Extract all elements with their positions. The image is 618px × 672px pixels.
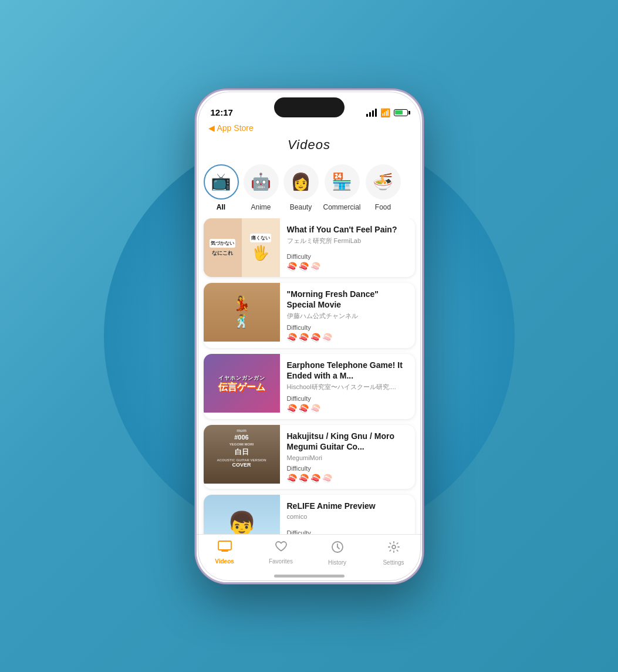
- video-card-1[interactable]: 気づかない なにこれ 痛くない 🖐️ What if You Can't Fee…: [204, 218, 415, 277]
- status-time: 12:17: [211, 107, 233, 117]
- video-channel-1: フェルミ研究所 FermiLab: [287, 237, 408, 245]
- category-food[interactable]: 🍜 Food: [366, 164, 401, 211]
- video-channel-4: MegumiMori: [287, 454, 408, 461]
- category-commercial-icon-wrap: 🏪: [325, 164, 360, 200]
- tab-settings[interactable]: Settings: [366, 541, 422, 566]
- video-info-2: "Morning Fresh Dance" Special Movie 伊藤ハム…: [280, 283, 415, 348]
- category-bar: 📺 All 🤖 Anime 👩 Beauty 🏪 Commercial: [197, 160, 422, 218]
- difficulty-label-4: Difficulty: [287, 465, 408, 472]
- sushi-1: 🍣: [287, 474, 297, 483]
- thumbnail-3: イヤホンガンガン 伝言ゲーム: [204, 354, 280, 413]
- video-info-3: Earphone Telephone Game! It Ended with a…: [280, 354, 415, 419]
- video-info-1: What if You Can't Feel Pain? フェルミ研究所 Fer…: [280, 218, 415, 277]
- video-card-4[interactable]: mum #006 YEGOMI MORI 白日 ACOUSTIC GUITAR …: [204, 425, 415, 488]
- video-title-1: What if You Can't Feel Pain?: [287, 224, 408, 235]
- sushi-1: 🍣: [287, 404, 297, 413]
- mute-switch: [195, 135, 196, 151]
- thumbnail-1: 気づかない なにこれ 痛くない 🖐️: [204, 218, 280, 277]
- svg-line-5: [337, 547, 339, 549]
- sushi-2: 🍣: [299, 404, 309, 413]
- sushi-3: 🍣: [310, 333, 320, 342]
- back-label[interactable]: App Store: [217, 123, 254, 133]
- thumbnail-5: 👦: [204, 495, 280, 534]
- sushi-1: 🍣: [287, 333, 297, 342]
- sushi-3: 🍣: [310, 262, 320, 271]
- sushi-3: 🍣: [310, 474, 320, 483]
- category-all[interactable]: 📺 All: [204, 164, 239, 211]
- wifi-icon: 📶: [380, 108, 390, 117]
- svg-point-6: [392, 545, 396, 549]
- signal-icon: [366, 109, 377, 117]
- video-title-3: Earphone Telephone Game! It Ended with a…: [287, 360, 408, 381]
- difficulty-dots-1: 🍣 🍣 🍣: [287, 262, 408, 271]
- tab-videos-label: Videos: [215, 558, 234, 565]
- phone-frame: 12:17 📶 ◀ App Store Videos 📺: [195, 89, 424, 584]
- dynamic-island: [274, 97, 345, 117]
- tab-settings-label: Settings: [383, 559, 404, 566]
- settings-tab-icon: [387, 541, 400, 557]
- food-icon: 🍜: [373, 172, 393, 191]
- commercial-icon: 🏪: [332, 172, 352, 191]
- video-card-5[interactable]: 👦 ReLIFE Anime Preview comico Difficulty…: [204, 495, 415, 534]
- tab-favorites-label: Favorites: [269, 558, 293, 565]
- video-difficulty-2: Difficulty 🍣 🍣 🍣 🍣: [287, 324, 408, 342]
- video-card-2[interactable]: 💃 🕺 "Morning Fresh Dance" Special Movie …: [204, 283, 415, 348]
- category-commercial[interactable]: 🏪 Commercial: [323, 164, 361, 211]
- page-title-container: Videos: [197, 137, 422, 160]
- difficulty-dots-3: 🍣 🍣 🍣: [287, 404, 408, 413]
- category-food-icon-wrap: 🍜: [366, 164, 401, 200]
- sushi-1: 🍣: [287, 262, 297, 271]
- category-anime[interactable]: 🤖 Anime: [244, 164, 279, 211]
- category-beauty[interactable]: 👩 Beauty: [283, 164, 319, 211]
- svg-rect-0: [218, 541, 231, 550]
- video-list: 気づかない なにこれ 痛くない 🖐️ What if You Can't Fee…: [197, 218, 422, 534]
- video-channel-3: Hischool研究室〜ハイスクール研究....: [287, 383, 408, 391]
- sushi-4: 🍣: [322, 474, 332, 483]
- power-button[interactable]: [423, 167, 424, 208]
- video-difficulty-1: Difficulty 🍣 🍣 🍣: [287, 253, 408, 271]
- category-all-icon-wrap: 📺: [204, 164, 239, 200]
- battery-fill: [395, 110, 403, 114]
- videos-tab-icon: [218, 541, 232, 556]
- category-beauty-icon-wrap: 👩: [283, 164, 319, 200]
- video-card-3[interactable]: イヤホンガンガン 伝言ゲーム Earphone Telephone Game! …: [204, 354, 415, 419]
- page-title: Videos: [197, 137, 422, 153]
- video-channel-5: comico: [287, 513, 408, 520]
- category-beauty-label: Beauty: [290, 203, 312, 211]
- tab-history[interactable]: History: [309, 541, 366, 566]
- category-food-label: Food: [375, 203, 391, 211]
- thumbnail-2: 💃 🕺: [204, 283, 280, 342]
- thumbnail-4: mum #006 YEGOMI MORI 白日 ACOUSTIC GUITAR …: [204, 425, 280, 484]
- video-channel-2: 伊藤ハム公式チャンネル: [287, 312, 408, 320]
- back-navigation[interactable]: ◀ App Store: [197, 122, 422, 137]
- history-tab-icon: [331, 541, 344, 557]
- back-arrow-icon: ◀: [208, 123, 215, 133]
- video-info-4: Hakujitsu / King Gnu / Moro Megumi Guita…: [280, 425, 415, 488]
- sushi-2: 🍣: [299, 333, 309, 342]
- tab-videos[interactable]: Videos: [197, 541, 253, 565]
- category-all-label: All: [217, 203, 225, 211]
- tab-favorites[interactable]: Favorites: [253, 541, 309, 565]
- difficulty-label-5: Difficulty: [287, 529, 408, 534]
- category-anime-label: Anime: [251, 203, 271, 211]
- anime-icon: 🤖: [251, 172, 271, 191]
- video-title-5: ReLIFE Anime Preview: [287, 501, 408, 511]
- video-difficulty-3: Difficulty 🍣 🍣 🍣: [287, 395, 408, 413]
- tab-history-label: History: [328, 559, 346, 566]
- home-indicator: [274, 575, 345, 578]
- difficulty-label-2: Difficulty: [287, 324, 408, 331]
- sushi-3: 🍣: [310, 404, 320, 413]
- difficulty-dots-2: 🍣 🍣 🍣 🍣: [287, 333, 408, 342]
- sushi-2: 🍣: [299, 474, 309, 483]
- video-difficulty-5: Difficulty 🍣 🍣 🍣: [287, 529, 408, 534]
- beauty-icon: 👩: [291, 172, 311, 191]
- volume-up-button[interactable]: [195, 155, 196, 176]
- difficulty-dots-4: 🍣 🍣 🍣 🍣: [287, 474, 408, 483]
- sushi-4: 🍣: [322, 333, 332, 342]
- video-difficulty-4: Difficulty 🍣 🍣 🍣 🍣: [287, 465, 408, 483]
- volume-down-button[interactable]: [195, 181, 196, 202]
- video-info-5: ReLIFE Anime Preview comico Difficulty 🍣…: [280, 495, 415, 534]
- tv-icon: 📺: [211, 172, 231, 191]
- status-icons: 📶: [366, 108, 408, 117]
- difficulty-label-3: Difficulty: [287, 395, 408, 402]
